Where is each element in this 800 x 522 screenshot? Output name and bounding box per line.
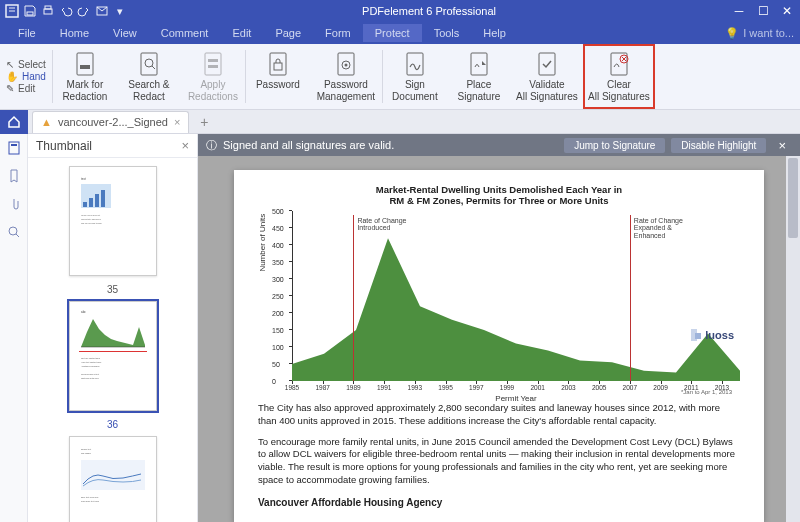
svg-rect-13 [274, 63, 282, 70]
signature-status: Signed and all signatures are valid. [223, 139, 394, 151]
thumbnail-panel: Thumbnail × textLorem ipsum dolor sitcon… [28, 134, 198, 522]
save-icon[interactable] [22, 3, 38, 19]
password-management-button[interactable]: PasswordManagement [310, 44, 382, 109]
mail-icon[interactable] [94, 3, 110, 19]
disable-highlight-button[interactable]: Disable Highlight [671, 138, 766, 153]
password-button[interactable]: Password [246, 44, 310, 109]
tab-home[interactable]: Home [48, 24, 101, 42]
side-nav-strip [0, 134, 28, 522]
validate-signatures-button[interactable]: ValidateAll Signatures [511, 44, 583, 109]
attachments-nav-icon[interactable] [6, 196, 22, 212]
document-tab-label: vancouver-2..._Signed [58, 116, 168, 128]
svg-text:Lorem ipsum dolor sit: Lorem ipsum dolor sit [81, 214, 101, 216]
svg-rect-23 [11, 144, 17, 146]
edit-icon: ✎ [6, 83, 14, 94]
svg-rect-2 [44, 9, 52, 14]
qat-dropdown-icon[interactable]: ▾ [112, 3, 128, 19]
svg-text:Text line content here: Text line content here [81, 357, 101, 359]
select-tool[interactable]: ↖Select [6, 59, 46, 70]
svg-rect-30 [101, 190, 105, 207]
svg-point-24 [9, 227, 17, 235]
tab-page[interactable]: Page [263, 24, 313, 42]
close-button[interactable]: ✕ [778, 3, 796, 19]
tab-comment[interactable]: Comment [149, 24, 221, 42]
thumbnails-nav-icon[interactable] [6, 140, 22, 156]
chart: Market-Rental Dwelling Units Demolished … [258, 184, 740, 394]
vertical-scrollbar[interactable] [786, 156, 800, 522]
document-body-text: The City has also approved approximately… [258, 402, 740, 508]
warning-icon: ▲ [41, 116, 52, 128]
page-thumbnail[interactable]: textLorem ipsum dolor sitconsectetur adi… [69, 166, 157, 276]
tab-help[interactable]: Help [471, 24, 518, 42]
thumbnail-close-icon[interactable]: × [181, 138, 189, 153]
tab-form[interactable]: Form [313, 24, 363, 42]
i-want-to[interactable]: 💡I want to... [725, 27, 794, 40]
svg-rect-3 [45, 6, 51, 9]
svg-rect-17 [407, 53, 423, 75]
tab-tools[interactable]: Tools [422, 24, 472, 42]
svg-rect-37 [79, 351, 147, 352]
edit-tool[interactable]: ✎Edit [6, 83, 46, 94]
sigbar-close-icon[interactable]: × [772, 138, 792, 153]
tab-edit[interactable]: Edit [220, 24, 263, 42]
app-title: PDFelement 6 Professional [128, 5, 730, 17]
thumbnail-label: 35 [107, 284, 118, 295]
svg-rect-28 [89, 198, 93, 207]
search-redact-icon [136, 51, 162, 77]
search-redact-button[interactable]: Search &Redact [117, 44, 181, 109]
svg-rect-12 [270, 53, 286, 75]
svg-rect-11 [208, 65, 218, 68]
mark-for-redaction-button[interactable]: Mark forRedaction [53, 44, 117, 109]
svg-rect-9 [205, 53, 221, 75]
bookmarks-nav-icon[interactable] [6, 168, 22, 184]
place-signature-button[interactable]: PlaceSignature [447, 44, 511, 109]
document-tabs-row: ▲vancouver-2..._Signed× + [0, 110, 800, 134]
add-tab-button[interactable]: + [193, 111, 215, 133]
svg-rect-29 [95, 194, 99, 207]
svg-text:sed do eiusmod tempor: sed do eiusmod tempor [81, 222, 102, 224]
app-logo-icon [4, 3, 20, 19]
hand-tool[interactable]: ✋Hand [6, 71, 46, 82]
scrollbar-thumb[interactable] [788, 158, 798, 238]
svg-rect-6 [80, 65, 90, 69]
section-heading: Vancouver Affordable Housing Agency [258, 497, 740, 508]
svg-text:More text content rows: More text content rows [81, 361, 101, 364]
minimize-button[interactable]: ─ [730, 3, 748, 19]
redo-icon[interactable] [76, 3, 92, 19]
lock-icon [265, 51, 291, 77]
clear-signatures-button[interactable]: ClearAll Signatures [583, 44, 655, 109]
print-icon[interactable] [40, 3, 56, 19]
chart-brand: luoss [689, 327, 734, 343]
svg-marker-48 [292, 238, 740, 381]
tab-protect[interactable]: Protect [363, 24, 422, 42]
sign-document-button[interactable]: SignDocument [383, 44, 447, 109]
place-signature-icon [466, 51, 492, 77]
thumbnail-panel-title: Thumbnail [36, 139, 92, 153]
maximize-button[interactable]: ☐ [754, 3, 772, 19]
tab-view[interactable]: View [101, 24, 149, 42]
apply-redactions-button[interactable]: ApplyRedactions [181, 44, 245, 109]
undo-icon[interactable] [58, 3, 74, 19]
document-tab[interactable]: ▲vancouver-2..._Signed× [32, 111, 189, 133]
redaction-mark-icon [72, 51, 98, 77]
jump-to-signature-button[interactable]: Jump to Signature [564, 138, 665, 153]
tool-group: ↖Select ✋Hand ✎Edit [0, 44, 52, 109]
sign-icon [402, 51, 428, 77]
page-thumbnail[interactable]: abcText line content hereMore text conte… [69, 301, 157, 411]
page-thumbnail[interactable]: header textsub headerbody text rows here… [69, 436, 157, 522]
paragraph: The City has also approved approximately… [258, 402, 740, 428]
info-icon: ⓘ [206, 138, 217, 153]
svg-marker-35 [81, 319, 145, 347]
paragraph: To encourage more family rental units, i… [258, 436, 740, 487]
svg-text:Additional paragraph: Additional paragraph [81, 365, 99, 367]
clear-signature-icon [606, 51, 632, 77]
search-nav-icon[interactable] [6, 224, 22, 240]
tab-file[interactable]: File [6, 24, 48, 42]
ribbon: ↖Select ✋Hand ✎Edit Mark forRedaction Se… [0, 44, 800, 110]
svg-rect-7 [141, 53, 157, 75]
svg-point-8 [145, 59, 153, 67]
svg-rect-20 [611, 53, 627, 75]
tab-close-icon[interactable]: × [174, 116, 180, 128]
svg-rect-19 [539, 53, 555, 75]
home-tab-button[interactable] [0, 110, 28, 134]
